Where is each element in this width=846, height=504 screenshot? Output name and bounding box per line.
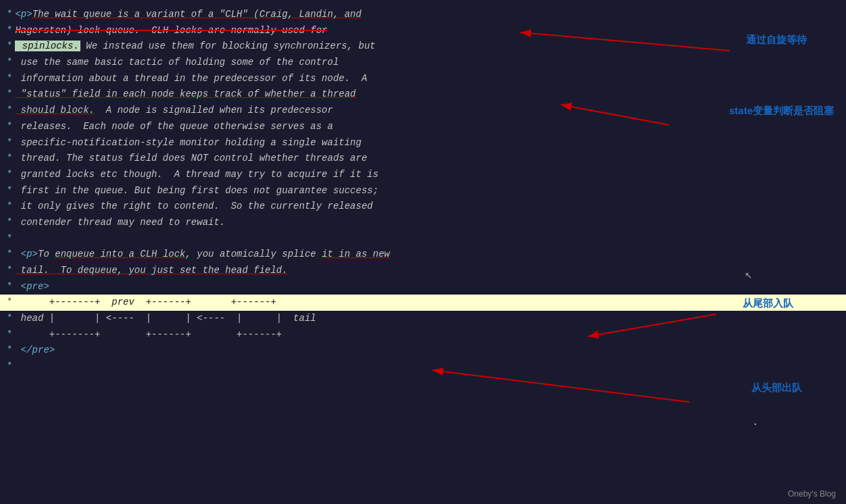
code-line-17: * tail. To dequeue, you just set the hea… — [0, 263, 846, 279]
line-21-text: +-------+ +------+ +------+ — [15, 328, 282, 343]
line-14-text: contender thread may need to rewait. — [15, 216, 225, 230]
code-line-12: * first in the queue. But being first do… — [0, 183, 846, 199]
code-line-13: * it only gives the right to contend. So… — [0, 199, 846, 215]
code-line-6: * "status" field in each node keeps trac… — [0, 86, 846, 103]
code-line-3: * spinlocks. We instead use them for blo… — [0, 39, 846, 55]
line-9-text: specific-notification-style monitor hold… — [15, 136, 361, 151]
line-13-text: it only gives the right to contend. So t… — [15, 199, 372, 214]
line-10-text: thread. The status field does NOT contro… — [15, 151, 367, 166]
star-14: * — [7, 216, 12, 230]
code-line-10: * thread. The status field does NOT cont… — [0, 151, 846, 167]
line-20-text: head | | <---- | | <---- | | tail — [15, 311, 316, 326]
star-4: * — [7, 55, 12, 70]
star-13: * — [7, 199, 12, 214]
cursor-icon: ↖ — [745, 267, 753, 279]
star-3: * — [7, 39, 12, 54]
star-18: * — [7, 280, 12, 295]
star-20: * — [7, 311, 12, 326]
star-11: * — [7, 168, 12, 182]
line-7-text: should block. A node is signalled when i… — [15, 103, 332, 118]
star-7: * — [7, 103, 12, 118]
annotation-dequeue-head: 从头部出队 — [751, 382, 802, 395]
code-line-19: * +-------+ prev +------+ +------+ — [0, 295, 846, 311]
star-21: * — [7, 328, 12, 343]
code-line-9: * specific-notification-style monitor ho… — [0, 135, 846, 151]
line-19-text: +-------+ prev +------+ +------+ — [15, 295, 276, 310]
star-12: * — [7, 184, 12, 199]
star-10: * — [7, 151, 12, 166]
code-line-21: * +-------+ +------+ +------+ — [0, 327, 846, 343]
line-17-text: tail. To dequeue, you just set the head … — [15, 263, 287, 278]
code-line-7: * should block. A node is signalled when… — [0, 103, 846, 119]
code-area: * <p>The wait queue is a variant of a "C… — [0, 0, 846, 504]
line-1-text: <p>The wait queue is a variant of a "CLH… — [15, 7, 362, 22]
star-9: * — [7, 136, 12, 151]
star-22: * — [7, 343, 12, 358]
star-17: * — [7, 263, 12, 278]
line-5-text: information about a thread in the predec… — [15, 72, 367, 86]
code-line-4: * use the same basic tactic of holding s… — [0, 55, 846, 71]
dot-marker: . — [753, 417, 758, 428]
annotation-enqueue-tail: 从尾部入队 — [743, 297, 793, 310]
line-12-text: first in the queue. But being first does… — [15, 184, 378, 199]
line-8-text: releases. Each node of the queue otherwi… — [15, 120, 332, 134]
code-line-11: * granted locks etc though. A thread may… — [0, 167, 846, 183]
code-line-14: * contender thread may need to rewait. — [0, 215, 846, 231]
code-line-1: * <p>The wait queue is a variant of a "C… — [0, 7, 846, 23]
star-16: * — [7, 247, 12, 262]
line-3-text: spinlocks. We instead use them for block… — [15, 39, 375, 54]
annotation-state-block: state变量判断是否阻塞 — [729, 105, 834, 118]
code-line-16: * <p>To enqueue into a CLH lock, you ato… — [0, 247, 846, 263]
star-2: * — [7, 24, 12, 39]
code-line-2: * Hagersten) lock queue. CLH locks are n… — [0, 23, 846, 39]
annotation-spin-wait: 通过自旋等待 — [746, 34, 807, 47]
star-19: * — [7, 295, 12, 310]
code-line-5: * information about a thread in the pred… — [0, 71, 846, 87]
code-line-23: * — [0, 359, 846, 375]
svg-line-4 — [432, 370, 689, 402]
code-line-18: * <pre> — [0, 279, 846, 295]
code-line-22: * </pre> — [0, 343, 846, 359]
star-5: * — [7, 72, 12, 86]
star-15: * — [7, 232, 12, 247]
line-16-text: <p>To enqueue into a CLH lock, you atomi… — [15, 247, 390, 262]
line-11-text: granted locks etc though. A thread may t… — [15, 168, 378, 182]
line-6-text: "status" field in each node keeps track … — [15, 87, 355, 102]
star-23: * — [7, 359, 12, 374]
code-line-15: * — [0, 231, 846, 247]
star-6: * — [7, 87, 12, 102]
star-8: * — [7, 120, 12, 134]
line-4-text: use the same basic tactic of holding som… — [15, 55, 339, 70]
line-2-text: Hagersten) lock queue. CLH locks are nor… — [15, 24, 327, 39]
line-18-text: <pre> — [15, 280, 49, 295]
code-line-20: * head | | <---- | | <---- | | tail — [0, 311, 846, 327]
star-1: * — [7, 7, 12, 22]
code-line-8: * releases. Each node of the queue other… — [0, 119, 846, 135]
watermark: Oneby's Blog — [788, 489, 836, 499]
line-22-text: </pre> — [15, 343, 55, 358]
